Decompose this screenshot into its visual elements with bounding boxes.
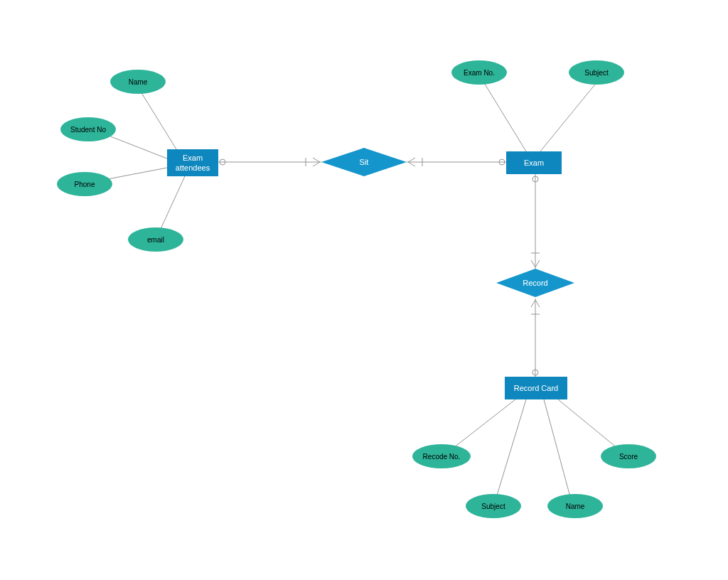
entity-exam-attendees: Examattendees bbox=[167, 149, 218, 176]
attribute-name: Name bbox=[110, 70, 166, 94]
attribute-phone: Phone bbox=[57, 172, 112, 196]
attribute-email: email bbox=[128, 227, 183, 252]
entity-label: Exam bbox=[524, 158, 544, 168]
attribute-label: Name bbox=[566, 503, 585, 510]
attribute-label: Recode No. bbox=[423, 453, 461, 461]
entity-record-card: Record Card bbox=[505, 377, 567, 399]
attribute-exam-no: Exam No. bbox=[451, 60, 507, 85]
attribute-label: email bbox=[147, 236, 164, 244]
attribute-recode-no: Recode No. bbox=[412, 444, 471, 468]
svg-line-23 bbox=[535, 300, 540, 307]
attribute-label: Phone bbox=[75, 181, 95, 188]
svg-line-14 bbox=[483, 82, 526, 151]
attribute-label: Subject bbox=[481, 503, 505, 510]
er-diagram-connections bbox=[0, 0, 728, 580]
attribute-subject: Subject bbox=[569, 60, 624, 85]
entity-label: Record Card bbox=[514, 383, 558, 393]
entity-exam: Exam bbox=[506, 151, 562, 174]
svg-line-11 bbox=[408, 162, 415, 166]
svg-line-15 bbox=[540, 82, 597, 151]
svg-line-22 bbox=[531, 300, 535, 307]
attribute-label: Subject bbox=[584, 69, 608, 77]
svg-line-27 bbox=[494, 399, 526, 505]
attribute-name2: Name bbox=[547, 494, 603, 518]
svg-line-7 bbox=[313, 162, 320, 166]
attribute-label: Score bbox=[619, 453, 638, 461]
relationship-label: Sit bbox=[360, 158, 369, 166]
relationship-label: Record bbox=[523, 279, 547, 287]
svg-line-28 bbox=[544, 399, 572, 505]
attribute-subject2: Subject bbox=[466, 494, 521, 518]
relationship-record: Record bbox=[496, 269, 574, 297]
attribute-student-no: Student No bbox=[60, 117, 116, 141]
svg-line-10 bbox=[408, 158, 415, 162]
relationship-sit: Sit bbox=[321, 148, 407, 176]
attribute-score: Score bbox=[601, 444, 656, 468]
svg-line-19 bbox=[535, 260, 540, 267]
attribute-label: Exam No. bbox=[464, 69, 495, 77]
attribute-label: Name bbox=[129, 78, 148, 86]
attribute-label: Student No bbox=[70, 126, 106, 134]
svg-line-6 bbox=[313, 158, 320, 162]
entity-label: Examattendees bbox=[176, 153, 210, 173]
svg-line-18 bbox=[531, 260, 535, 267]
